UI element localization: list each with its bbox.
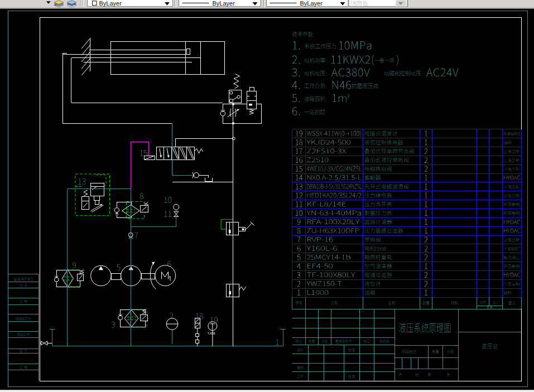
svg-text:ByLayer: ByLayer: [99, 0, 122, 7]
svg-text:T.AT.B: T.AT.B: [208, 332, 215, 335]
svg-text:ByLayer: ByLayer: [213, 0, 235, 7]
svg-text:ByLayer: ByLayer: [300, 0, 323, 7]
